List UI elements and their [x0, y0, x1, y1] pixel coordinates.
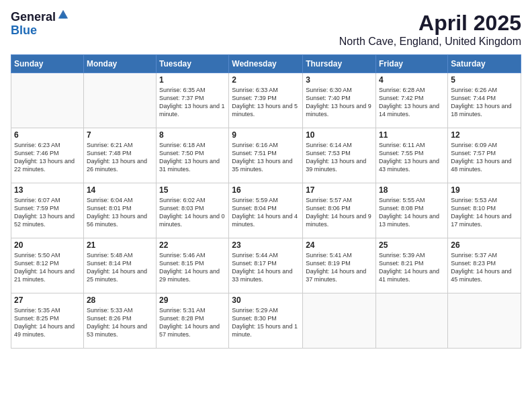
column-header-saturday: Saturday: [448, 55, 521, 73]
day-number: 12: [451, 130, 518, 140]
calendar-cell: 3Sunrise: 6:30 AM Sunset: 7:40 PM Daylig…: [303, 73, 376, 128]
calendar-table: SundayMondayTuesdayWednesdayThursdayFrid…: [11, 54, 521, 349]
day-info: Sunrise: 6:26 AM Sunset: 7:44 PM Dayligh…: [451, 86, 518, 119]
day-number: 11: [379, 130, 445, 140]
day-number: 7: [87, 130, 153, 140]
column-header-thursday: Thursday: [303, 55, 376, 73]
day-info: Sunrise: 6:11 AM Sunset: 7:55 PM Dayligh…: [379, 141, 445, 174]
day-number: 9: [232, 130, 300, 140]
day-number: 19: [451, 185, 518, 195]
day-number: 25: [379, 240, 445, 250]
week-row-5: 27Sunrise: 5:35 AM Sunset: 8:25 PM Dayli…: [11, 293, 521, 349]
day-info: Sunrise: 6:28 AM Sunset: 7:42 PM Dayligh…: [379, 86, 445, 119]
day-info: Sunrise: 5:33 AM Sunset: 8:26 PM Dayligh…: [87, 306, 153, 339]
calendar-cell: 13Sunrise: 6:07 AM Sunset: 7:59 PM Dayli…: [11, 183, 84, 238]
calendar-cell: 9Sunrise: 6:16 AM Sunset: 7:51 PM Daylig…: [229, 128, 303, 183]
day-number: 14: [87, 185, 153, 195]
calendar-cell: 28Sunrise: 5:33 AM Sunset: 8:26 PM Dayli…: [83, 293, 156, 349]
calendar-cell: 1Sunrise: 6:35 AM Sunset: 7:37 PM Daylig…: [157, 73, 229, 128]
calendar-cell: 20Sunrise: 5:50 AM Sunset: 8:12 PM Dayli…: [11, 238, 84, 293]
day-number: 6: [14, 130, 81, 140]
calendar-cell: 12Sunrise: 6:09 AM Sunset: 7:57 PM Dayli…: [448, 128, 521, 183]
calendar-cell: 4Sunrise: 6:28 AM Sunset: 7:42 PM Daylig…: [376, 73, 448, 128]
day-info: Sunrise: 6:23 AM Sunset: 7:46 PM Dayligh…: [14, 141, 81, 174]
day-info: Sunrise: 5:37 AM Sunset: 8:23 PM Dayligh…: [451, 251, 518, 284]
calendar-subtitle: North Cave, England, United Kingdom: [339, 36, 521, 48]
calendar-cell: 10Sunrise: 6:14 AM Sunset: 7:53 PM Dayli…: [303, 128, 376, 183]
calendar-cell: 14Sunrise: 6:04 AM Sunset: 8:01 PM Dayli…: [83, 183, 156, 238]
calendar-cell: 17Sunrise: 5:57 AM Sunset: 8:06 PM Dayli…: [303, 183, 376, 238]
calendar-cell: 21Sunrise: 5:48 AM Sunset: 8:14 PM Dayli…: [83, 238, 156, 293]
day-info: Sunrise: 5:57 AM Sunset: 8:06 PM Dayligh…: [306, 196, 373, 229]
page: General Blue April 2025 North Cave, Engl…: [0, 0, 532, 411]
day-info: Sunrise: 6:35 AM Sunset: 7:37 PM Dayligh…: [159, 86, 226, 119]
header: General Blue April 2025 North Cave, Engl…: [11, 11, 521, 48]
calendar-cell: 18Sunrise: 5:55 AM Sunset: 8:08 PM Dayli…: [376, 183, 448, 238]
day-number: 26: [451, 240, 518, 250]
day-info: Sunrise: 5:46 AM Sunset: 8:15 PM Dayligh…: [159, 251, 226, 284]
calendar-header-row: SundayMondayTuesdayWednesdayThursdayFrid…: [11, 55, 521, 73]
day-info: Sunrise: 5:31 AM Sunset: 8:28 PM Dayligh…: [159, 306, 226, 339]
calendar-title: April 2025: [339, 11, 521, 36]
day-info: Sunrise: 6:04 AM Sunset: 8:01 PM Dayligh…: [87, 196, 153, 229]
day-info: Sunrise: 6:21 AM Sunset: 7:48 PM Dayligh…: [87, 141, 153, 174]
calendar-cell: 16Sunrise: 5:59 AM Sunset: 8:04 PM Dayli…: [229, 183, 303, 238]
day-info: Sunrise: 5:35 AM Sunset: 8:25 PM Dayligh…: [14, 306, 81, 339]
week-row-4: 20Sunrise: 5:50 AM Sunset: 8:12 PM Dayli…: [11, 238, 521, 293]
day-info: Sunrise: 5:44 AM Sunset: 8:17 PM Dayligh…: [232, 251, 300, 284]
day-number: 4: [379, 75, 445, 85]
day-info: Sunrise: 6:30 AM Sunset: 7:40 PM Dayligh…: [306, 86, 373, 119]
calendar-cell: 11Sunrise: 6:11 AM Sunset: 7:55 PM Dayli…: [376, 128, 448, 183]
day-number: 20: [14, 240, 81, 250]
day-number: 30: [232, 295, 300, 305]
day-number: 13: [14, 185, 81, 195]
week-row-1: 1Sunrise: 6:35 AM Sunset: 7:37 PM Daylig…: [11, 73, 521, 128]
calendar-cell: [448, 293, 521, 349]
day-number: 15: [159, 185, 226, 195]
logo-text: General Blue: [11, 11, 69, 38]
day-number: 8: [159, 130, 226, 140]
logo-icon: [57, 9, 69, 21]
calendar-cell: 5Sunrise: 6:26 AM Sunset: 7:44 PM Daylig…: [448, 73, 521, 128]
day-info: Sunrise: 6:18 AM Sunset: 7:50 PM Dayligh…: [159, 141, 226, 174]
calendar-cell: 29Sunrise: 5:31 AM Sunset: 8:28 PM Dayli…: [157, 293, 229, 349]
day-info: Sunrise: 6:16 AM Sunset: 7:51 PM Dayligh…: [232, 141, 300, 174]
day-info: Sunrise: 6:07 AM Sunset: 7:59 PM Dayligh…: [14, 196, 81, 229]
day-number: 22: [159, 240, 226, 250]
calendar-cell: 23Sunrise: 5:44 AM Sunset: 8:17 PM Dayli…: [229, 238, 303, 293]
calendar-cell: 25Sunrise: 5:39 AM Sunset: 8:21 PM Dayli…: [376, 238, 448, 293]
column-header-sunday: Sunday: [11, 55, 84, 73]
calendar-cell: 27Sunrise: 5:35 AM Sunset: 8:25 PM Dayli…: [11, 293, 84, 349]
day-info: Sunrise: 6:33 AM Sunset: 7:39 PM Dayligh…: [232, 86, 300, 119]
day-number: 3: [306, 75, 373, 85]
calendar-cell: 8Sunrise: 6:18 AM Sunset: 7:50 PM Daylig…: [157, 128, 229, 183]
day-number: 2: [232, 75, 300, 85]
column-header-friday: Friday: [376, 55, 448, 73]
logo: General Blue: [11, 11, 69, 38]
day-info: Sunrise: 5:50 AM Sunset: 8:12 PM Dayligh…: [14, 251, 81, 284]
column-header-wednesday: Wednesday: [229, 55, 303, 73]
column-header-tuesday: Tuesday: [157, 55, 229, 73]
day-number: 17: [306, 185, 373, 195]
day-number: 1: [159, 75, 226, 85]
day-number: 5: [451, 75, 518, 85]
calendar-cell: 22Sunrise: 5:46 AM Sunset: 8:15 PM Dayli…: [157, 238, 229, 293]
day-number: 21: [87, 240, 153, 250]
calendar-cell: 7Sunrise: 6:21 AM Sunset: 7:48 PM Daylig…: [83, 128, 156, 183]
day-info: Sunrise: 5:59 AM Sunset: 8:04 PM Dayligh…: [232, 196, 300, 229]
day-info: Sunrise: 5:53 AM Sunset: 8:10 PM Dayligh…: [451, 196, 518, 229]
day-number: 18: [379, 185, 445, 195]
day-number: 28: [87, 295, 153, 305]
title-block: April 2025 North Cave, England, United K…: [339, 11, 521, 48]
day-info: Sunrise: 5:29 AM Sunset: 8:30 PM Dayligh…: [232, 306, 300, 339]
day-number: 16: [232, 185, 300, 195]
calendar-cell: 24Sunrise: 5:41 AM Sunset: 8:19 PM Dayli…: [303, 238, 376, 293]
calendar-cell: 19Sunrise: 5:53 AM Sunset: 8:10 PM Dayli…: [448, 183, 521, 238]
day-number: 24: [306, 240, 373, 250]
day-info: Sunrise: 5:55 AM Sunset: 8:08 PM Dayligh…: [379, 196, 445, 229]
day-number: 27: [14, 295, 81, 305]
day-info: Sunrise: 5:39 AM Sunset: 8:21 PM Dayligh…: [379, 251, 445, 284]
day-number: 29: [159, 295, 226, 305]
calendar-cell: 15Sunrise: 6:02 AM Sunset: 8:03 PM Dayli…: [157, 183, 229, 238]
day-info: Sunrise: 6:14 AM Sunset: 7:53 PM Dayligh…: [306, 141, 373, 174]
